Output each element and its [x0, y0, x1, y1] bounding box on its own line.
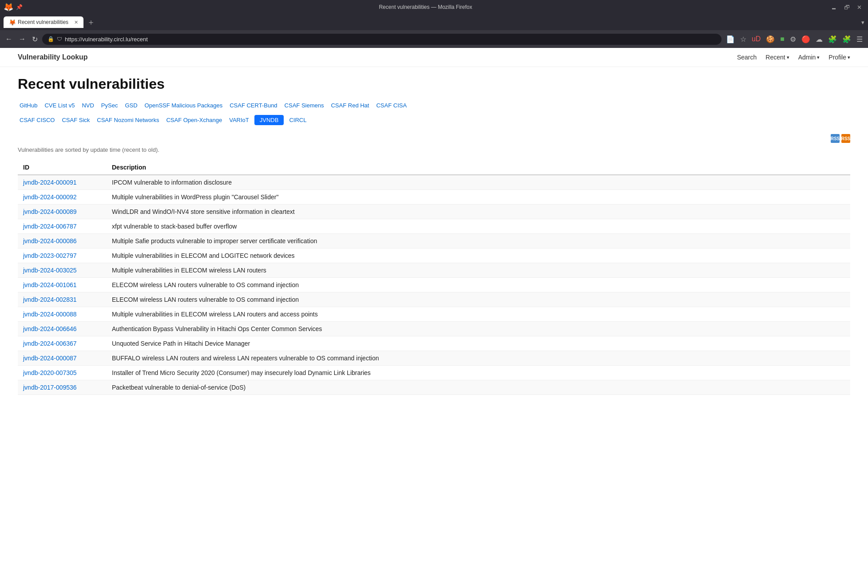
- filter-tab-csaf-sick[interactable]: CSAF Sick: [60, 116, 91, 124]
- toolbar-icons: 📄 ☆ uD 🍪 ■ ⚙ 🔴 ☁ 🧩 🧩 ☰: [724, 33, 864, 45]
- table-row: jvndb-2024-000091IPCOM vulnerable to inf…: [18, 175, 850, 190]
- extension1-icon[interactable]: ⚙: [788, 33, 798, 45]
- filter-tabs-row1: GitHubCVE List v5NVDPySecGSDOpenSSF Mali…: [18, 101, 850, 110]
- vuln-description: Multiple vulnerabilities in ELECOM wirel…: [107, 263, 850, 278]
- filter-tab-cve-list-v5[interactable]: CVE List v5: [43, 101, 76, 110]
- filter-tab-csaf-open-xchange[interactable]: CSAF Open-Xchange: [164, 116, 224, 124]
- browser-titlebar: 🦊 📌 Recent vulnerabilities — Mozilla Fir…: [0, 0, 868, 14]
- tab-label: Recent vulnerabilities: [18, 19, 71, 25]
- table-row: jvndb-2024-006367Unquoted Service Path i…: [18, 336, 850, 351]
- window-controls[interactable]: 🗕 🗗 ✕: [828, 4, 864, 11]
- vuln-id-link[interactable]: jvndb-2024-006646: [23, 325, 77, 332]
- vuln-id-link[interactable]: jvndb-2024-000092: [23, 193, 77, 201]
- filter-tab-csaf-siemens[interactable]: CSAF Siemens: [283, 101, 326, 110]
- nav-profile[interactable]: Profile: [828, 54, 850, 61]
- tab-list-expand[interactable]: ▾: [861, 19, 864, 26]
- titlebar-left: 🦊 📌: [4, 2, 23, 12]
- vuln-description: ELECOM wireless LAN routers vulnerable t…: [107, 292, 850, 307]
- feed-icon-rss-orange[interactable]: RSS: [841, 134, 850, 143]
- new-tab-button[interactable]: ＋: [84, 17, 98, 28]
- table-row: jvndb-2024-002831ELECOM wireless LAN rou…: [18, 292, 850, 307]
- browser-tab-bar: 🦊 Recent vulnerabilities ✕ ＋ ▾: [0, 14, 868, 30]
- extension2-icon[interactable]: 🔴: [800, 33, 812, 45]
- filter-tab-csaf-red-hat[interactable]: CSAF Red Hat: [329, 101, 371, 110]
- vuln-id-link[interactable]: jvndb-2024-001061: [23, 281, 77, 288]
- vuln-id-link[interactable]: jvndb-2024-000088: [23, 311, 77, 318]
- bookmark-icon[interactable]: ☆: [738, 33, 748, 45]
- shield-icon: 🛡: [57, 36, 62, 42]
- reader-view-icon[interactable]: 📄: [724, 33, 737, 45]
- vuln-id-link[interactable]: jvndb-2024-000086: [23, 237, 77, 245]
- browser-title: Recent vulnerabilities — Mozilla Firefox: [23, 4, 828, 10]
- minimize-button[interactable]: 🗕: [828, 4, 840, 11]
- titlebar-menu-icon: 📌: [16, 4, 23, 10]
- vuln-id-link[interactable]: jvndb-2024-000087: [23, 355, 77, 362]
- page-header: Vulnerability Lookup Search Recent Admin…: [0, 48, 868, 67]
- extension-green-icon[interactable]: ■: [778, 33, 786, 45]
- vulnerability-table: ID Description jvndb-2024-000091IPCOM vu…: [18, 160, 850, 395]
- nav-recent[interactable]: Recent: [765, 54, 789, 61]
- vuln-description: Multiple vulnerabilities in ELECOM and L…: [107, 249, 850, 263]
- nav-links: Search Recent Admin Profile: [737, 54, 850, 61]
- col-header-description: Description: [107, 160, 850, 175]
- extensions-icon[interactable]: 🧩: [840, 33, 853, 45]
- vuln-description: Multiple Safie products vulnerable to im…: [107, 234, 850, 249]
- col-header-id: ID: [18, 160, 107, 175]
- filter-tab-variot[interactable]: VARIoT: [227, 116, 251, 124]
- table-row: jvndb-2024-006646Authentication Bypass V…: [18, 322, 850, 336]
- filter-tab-gsd[interactable]: GSD: [123, 101, 139, 110]
- table-row: jvndb-2017-009536Packetbeat vulnerable t…: [18, 380, 850, 395]
- back-button[interactable]: ←: [4, 33, 14, 45]
- main-content: Recent vulnerabilities GitHubCVE List v5…: [0, 67, 868, 404]
- table-body: jvndb-2024-000091IPCOM vulnerable to inf…: [18, 175, 850, 395]
- vuln-id-link[interactable]: jvndb-2017-009536: [23, 384, 77, 391]
- forward-button[interactable]: →: [17, 33, 28, 45]
- vuln-id-link[interactable]: jvndb-2020-007305: [23, 369, 77, 376]
- extension3-icon[interactable]: ☁: [814, 33, 824, 45]
- vuln-id-link[interactable]: jvndb-2024-000091: [23, 179, 77, 186]
- vuln-id-link[interactable]: jvndb-2024-002831: [23, 296, 77, 303]
- filter-tab-pysec[interactable]: PySec: [99, 101, 120, 110]
- menu-icon[interactable]: ☰: [855, 33, 864, 45]
- address-bar[interactable]: 🔒 🛡 https://vulnerability.circl.lu/recen…: [42, 34, 721, 45]
- firefox-icon: 🦊: [4, 2, 13, 12]
- maximize-button[interactable]: 🗗: [841, 4, 852, 11]
- filter-tab-csaf-cert-bund[interactable]: CSAF CERT-Bund: [228, 101, 279, 110]
- vuln-description: ELECOM wireless LAN routers vulnerable t…: [107, 278, 850, 292]
- vuln-id-link[interactable]: jvndb-2024-000089: [23, 208, 77, 215]
- vuln-description: xfpt vulnerable to stack-based buffer ov…: [107, 219, 850, 234]
- filter-tab-csaf-nozomi[interactable]: CSAF Nozomi Networks: [95, 116, 161, 124]
- vuln-id-link[interactable]: jvndb-2024-006787: [23, 223, 77, 230]
- vuln-description: Multiple vulnerabilities in WordPress pl…: [107, 190, 850, 205]
- close-button[interactable]: ✕: [854, 4, 864, 11]
- url-text[interactable]: https://vulnerability.circl.lu/recent: [65, 36, 148, 43]
- vuln-id-link[interactable]: jvndb-2024-006367: [23, 340, 77, 347]
- filter-tab-jvndb[interactable]: JVNDB: [254, 115, 284, 125]
- site-title: Vulnerability Lookup: [18, 53, 88, 61]
- tab-close-button[interactable]: ✕: [74, 20, 78, 25]
- extension4-icon[interactable]: 🧩: [826, 33, 839, 45]
- filter-tab-openssf[interactable]: OpenSSF Malicious Packages: [143, 101, 225, 110]
- cookie-icon[interactable]: 🍪: [764, 33, 777, 45]
- ublock-icon[interactable]: uD: [750, 33, 762, 45]
- filter-tab-nvd[interactable]: NVD: [80, 101, 95, 110]
- vuln-description: Multiple vulnerabilities in ELECOM wirel…: [107, 307, 850, 322]
- active-tab[interactable]: 🦊 Recent vulnerabilities ✕: [4, 16, 83, 28]
- nav-admin[interactable]: Admin: [798, 54, 820, 61]
- vuln-id-link[interactable]: jvndb-2024-003025: [23, 267, 77, 274]
- filter-tab-csaf-cisco[interactable]: CSAF CISCO: [18, 116, 56, 124]
- nav-search[interactable]: Search: [737, 54, 757, 61]
- table-row: jvndb-2023-002797Multiple vulnerabilitie…: [18, 249, 850, 263]
- vuln-id-link[interactable]: jvndb-2023-002797: [23, 252, 77, 259]
- security-icon: 🔒: [48, 36, 54, 42]
- reload-button[interactable]: ↻: [30, 33, 40, 45]
- filter-tab-csaf-cisa[interactable]: CSAF CISA: [374, 101, 408, 110]
- filter-tab-github[interactable]: GitHub: [18, 101, 39, 110]
- filter-tab-circl[interactable]: CIRCL: [287, 116, 308, 124]
- filter-tabs-row2: CSAF CISCOCSAF SickCSAF Nozomi NetworksC…: [18, 115, 850, 125]
- vuln-description: IPCOM vulnerable to information disclosu…: [107, 175, 850, 190]
- feed-icon-rss-blue[interactable]: RSS: [831, 134, 840, 143]
- tab-favicon: 🦊: [9, 19, 15, 25]
- table-header: ID Description: [18, 160, 850, 175]
- vuln-description: BUFFALO wireless LAN routers and wireles…: [107, 351, 850, 366]
